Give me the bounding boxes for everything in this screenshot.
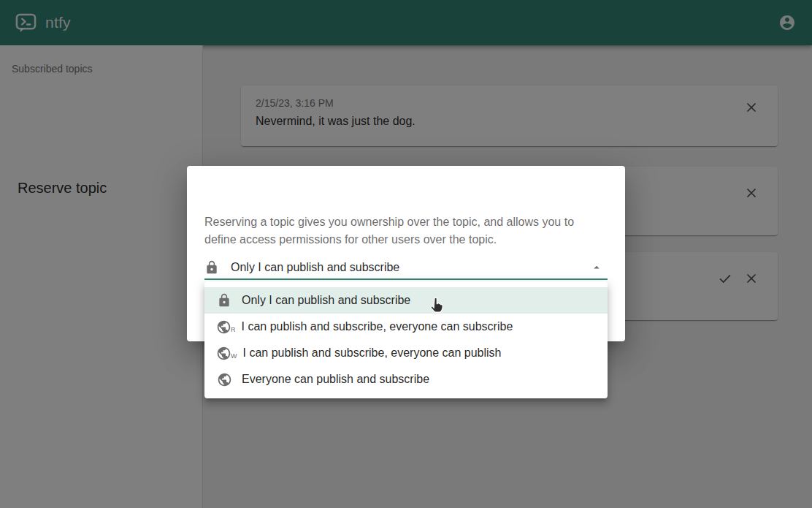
menu-option-only-me[interactable]: Only I can publish and subscribe xyxy=(204,287,608,314)
access-level-menu: Only I can publish and subscribe R I can… xyxy=(204,281,608,398)
menu-option-everyone-can-publish[interactable]: W I can publish and subscribe, everyone … xyxy=(204,340,608,366)
globe-icon xyxy=(216,371,232,387)
dialog-description: Reserving a topic gives you ownership ov… xyxy=(204,213,608,249)
lock-icon xyxy=(204,260,219,275)
menu-option-everyone[interactable]: Everyone can publish and subscribe xyxy=(204,366,608,393)
chevron-up-icon xyxy=(590,261,603,274)
lock-icon xyxy=(216,292,232,308)
dialog-title: Reserve topic xyxy=(18,180,107,197)
menu-option-label: Only I can publish and subscribe xyxy=(242,294,410,307)
menu-option-label: I can publish and subscribe, everyone ca… xyxy=(242,320,513,333)
menu-option-label: Everyone can publish and subscribe xyxy=(242,373,429,386)
ntfy-app: ntfy Subscribed topics All notifications… xyxy=(0,0,812,508)
globe-sub-letter: W xyxy=(231,353,237,360)
menu-option-everyone-can-subscribe[interactable]: R I can publish and subscribe, everyone … xyxy=(204,314,608,340)
select-value: Only I can publish and subscribe xyxy=(231,261,399,274)
menu-option-label: I can publish and subscribe, everyone ca… xyxy=(243,346,502,360)
globe-write-only-icon: W xyxy=(216,346,237,361)
globe-sub-letter: R xyxy=(231,327,236,333)
select-underline xyxy=(204,278,608,280)
globe-read-only-icon: R xyxy=(216,319,236,335)
access-level-select[interactable]: Only I can publish and subscribe xyxy=(204,257,608,278)
